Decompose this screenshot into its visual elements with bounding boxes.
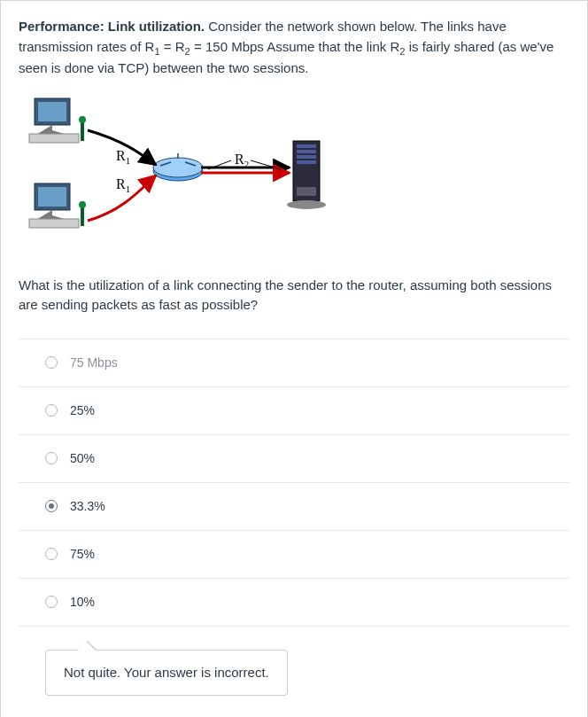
radio-icon: [45, 548, 58, 560]
answer-list: 75 Mbps 25% 50% 33.3% 75% 10%: [19, 339, 569, 627]
answer-label: 10%: [70, 593, 95, 612]
svg-rect-17: [297, 187, 316, 196]
answer-option[interactable]: 75 Mbps: [19, 339, 569, 387]
question-title: Performance: Link utilization.: [19, 19, 205, 34]
question-prompt: What is the utilization of a link connec…: [19, 276, 569, 316]
svg-rect-2: [29, 134, 79, 143]
question-text: Performance: Link utilization. Consider …: [19, 17, 569, 79]
radio-icon: [45, 356, 58, 369]
answer-label: 33.3%: [70, 497, 105, 516]
svg-rect-14: [297, 150, 316, 153]
router-icon: [153, 153, 203, 181]
network-diagram: R1 R1 R2: [19, 91, 569, 260]
answer-label: 25%: [70, 401, 95, 420]
answer-label: 75%: [70, 545, 95, 564]
svg-rect-8: [81, 207, 84, 226]
svg-point-11: [153, 158, 203, 177]
radio-icon: [45, 596, 58, 608]
svg-rect-15: [297, 155, 316, 159]
feedback-text: Not quite. Your answer is incorrect.: [64, 665, 269, 680]
answer-option[interactable]: 10%: [19, 579, 569, 627]
feedback-container: Not quite. Your answer is incorrect.: [45, 650, 569, 697]
label-r1-top: R1: [116, 148, 130, 166]
svg-rect-3: [81, 121, 84, 141]
svg-rect-1: [38, 102, 66, 121]
server-icon: [287, 141, 326, 209]
answer-option[interactable]: 75%: [19, 531, 569, 579]
answer-option[interactable]: 25%: [19, 387, 569, 435]
client-bottom-icon: [29, 183, 86, 228]
svg-point-18: [287, 200, 326, 209]
svg-rect-7: [29, 219, 79, 228]
svg-rect-13: [297, 144, 316, 148]
answer-option[interactable]: 33.3%: [19, 483, 569, 531]
label-r1-bot: R1: [116, 176, 130, 194]
radio-icon: [45, 500, 58, 512]
radio-icon: [45, 404, 58, 417]
feedback-bubble: Not quite. Your answer is incorrect.: [45, 650, 288, 697]
svg-rect-16: [297, 160, 316, 164]
svg-rect-6: [38, 187, 66, 207]
answer-option[interactable]: 50%: [19, 435, 569, 483]
client-top-icon: [29, 98, 86, 143]
svg-point-9: [79, 201, 86, 208]
answer-label: 50%: [70, 449, 95, 468]
svg-point-4: [79, 116, 86, 123]
radio-icon: [45, 452, 58, 464]
answer-label: 75 Mbps: [70, 354, 118, 372]
question-card: Performance: Link utilization. Consider …: [0, 0, 588, 717]
